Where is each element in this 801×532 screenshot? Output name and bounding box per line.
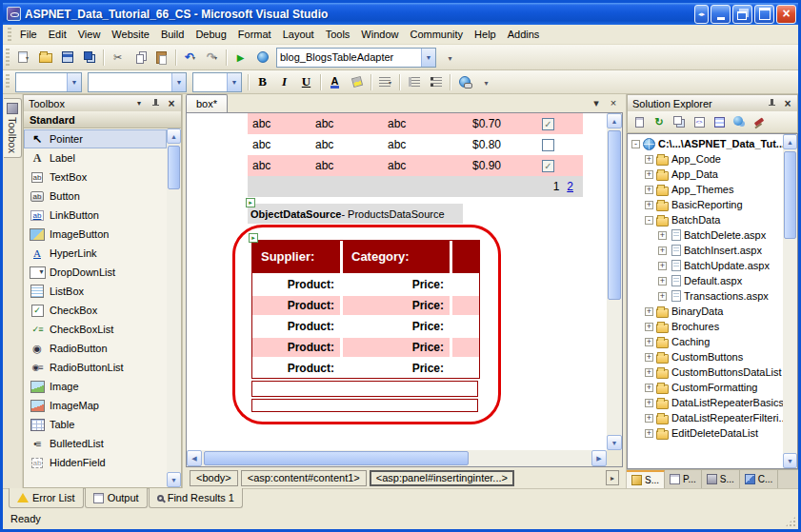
menu-item[interactable]: Addins <box>502 26 546 43</box>
designer-horizontal-scrollbar[interactable]: ◀ ▶ <box>187 450 622 466</box>
solution-explorer-scrollbar[interactable]: ▲ ▼ <box>783 134 797 468</box>
bottom-panel-tab[interactable]: Find Results 1 <box>149 488 243 508</box>
tree-item[interactable]: EditDeleteDataList <box>628 425 783 441</box>
menu-item[interactable]: Debug <box>190 26 231 43</box>
tree-item[interactable]: BatchData <box>628 212 783 227</box>
designer-vertical-scrollbar[interactable]: ▲ ▼ <box>607 113 622 450</box>
document-list-chevron-button[interactable]: ▾ <box>589 95 604 110</box>
tree-item[interactable]: BasicReporting <box>628 197 783 212</box>
smart-tag-anchor-icon[interactable] <box>249 233 258 243</box>
tree-item[interactable]: DataListRepeaterFilteri... <box>628 410 783 425</box>
scrollbar-thumb[interactable] <box>608 130 621 300</box>
toolbox-item[interactable]: ImageMap <box>24 396 167 415</box>
objectdatasource-control[interactable]: ObjectDataSource - ProductsDataSource <box>248 204 463 224</box>
properties-button[interactable] <box>630 112 649 131</box>
tree-item[interactable]: Transactions.aspx <box>628 288 783 304</box>
bottom-panel-tab[interactable]: Error List <box>9 488 84 508</box>
target-schema-combo[interactable]: ▼ <box>15 72 82 92</box>
chevron-down-icon[interactable]: ▼ <box>171 73 186 91</box>
start-debugging-button[interactable] <box>230 47 251 68</box>
toolbox-item[interactable]: LinkButton <box>24 206 167 225</box>
tree-expander-icon[interactable] <box>645 399 653 407</box>
toolbar-options-button[interactable] <box>475 71 497 92</box>
font-size-combo[interactable]: ▼ <box>192 72 242 92</box>
tree-expander-icon[interactable] <box>645 216 653 225</box>
tree-expander-icon[interactable] <box>631 140 640 148</box>
tree-expander-icon[interactable] <box>658 277 667 286</box>
menu-item[interactable]: Tools <box>320 26 356 43</box>
scroll-down-icon[interactable]: ▼ <box>607 435 622 450</box>
toolbox-item[interactable]: Button <box>24 187 167 206</box>
tree-expander-icon[interactable] <box>658 292 667 301</box>
design-surface[interactable]: abc abc abc $0.70 abc ab <box>187 113 607 450</box>
toolbox-item[interactable]: ImageButton <box>24 225 167 244</box>
tree-item[interactable]: Default.aspx <box>628 273 783 288</box>
tree-item[interactable]: CustomFormatting <box>628 380 783 395</box>
scroll-right-icon[interactable]: ▶ <box>591 450 607 466</box>
toolbox-dock-tab[interactable]: Toolbox <box>4 98 22 158</box>
undo-button[interactable]: ▾ <box>179 47 201 68</box>
close-button[interactable] <box>776 5 796 24</box>
view-designer-button[interactable] <box>710 112 729 131</box>
toolbox-item[interactable]: RadioButtonList <box>24 358 167 377</box>
dock-tab[interactable]: S... <box>627 470 665 488</box>
tree-item[interactable]: BatchInsert.aspx <box>628 243 783 258</box>
menu-item[interactable]: Window <box>355 26 404 43</box>
scrollbar-thumb[interactable] <box>168 146 180 189</box>
tree-item[interactable]: App_Code <box>628 151 783 167</box>
numbered-list-button[interactable] <box>403 71 425 92</box>
menu-item[interactable]: Edit <box>43 26 72 43</box>
toolbox-item[interactable]: ListBox <box>24 282 167 301</box>
paste-button[interactable] <box>150 47 172 68</box>
toolbar-options-button[interactable] <box>439 47 461 68</box>
alignment-button[interactable]: ▾ <box>374 71 396 92</box>
close-icon[interactable] <box>781 97 794 109</box>
smart-tag-anchor-icon[interactable] <box>246 198 255 207</box>
hyperlink-button[interactable] <box>453 71 475 92</box>
tree-item[interactable]: BinaryData <box>628 304 783 319</box>
tree-expander-icon[interactable] <box>645 338 653 346</box>
tree-expander-icon[interactable] <box>645 201 653 209</box>
menu-item[interactable]: Community <box>404 26 469 43</box>
tag-navigator-more-button[interactable]: ▸ <box>606 470 619 485</box>
view-code-button[interactable] <box>690 112 709 131</box>
toolbox-scrollbar[interactable]: ▲ ▼ <box>167 128 181 487</box>
bottom-panel-tab[interactable]: Output <box>85 488 148 508</box>
resize-grip[interactable] <box>785 516 796 527</box>
scroll-down-icon[interactable]: ▼ <box>783 453 797 468</box>
tag-navigator-item[interactable]: <body> <box>190 470 238 486</box>
row-checkbox[interactable] <box>542 160 554 172</box>
cut-button[interactable] <box>107 47 129 68</box>
pin-icon[interactable] <box>149 97 162 109</box>
tree-expander-icon[interactable] <box>645 186 653 194</box>
tree-expander-icon[interactable] <box>658 262 667 270</box>
toolbox-item[interactable]: TextBox <box>24 167 167 187</box>
tree-item[interactable]: CustomButtons <box>628 349 783 365</box>
table-adapter-combo[interactable]: blog_BlogsTableAdapter ▼ <box>276 48 436 68</box>
toolbox-item[interactable]: HiddenField <box>24 453 167 472</box>
scroll-down-icon[interactable]: ▼ <box>167 472 181 487</box>
tree-item[interactable]: App_Themes <box>628 182 783 197</box>
foreground-color-button[interactable]: A <box>324 71 346 92</box>
copy-website-button[interactable] <box>730 112 749 131</box>
toolbox-item[interactable]: CheckBox <box>24 301 167 320</box>
datalist-control[interactable]: Supplier: Category: Product: <box>251 240 480 412</box>
toolbox-item[interactable]: DropDownList <box>24 263 167 282</box>
minimize-button[interactable] <box>711 5 731 24</box>
chevron-down-icon[interactable]: ▼ <box>421 49 435 67</box>
dock-tab[interactable]: C... <box>740 470 779 488</box>
toolbox-item[interactable]: Image <box>24 377 167 396</box>
chevron-down-icon[interactable]: ▼ <box>227 73 241 91</box>
redo-button[interactable]: ▾ <box>201 47 223 68</box>
tree-item[interactable]: CustomButtonsDataList <box>628 365 783 380</box>
tree-expander-icon[interactable] <box>645 384 653 392</box>
tree-item[interactable]: DataListRepeaterBasics <box>628 395 783 410</box>
dock-tab[interactable]: P... <box>665 470 702 488</box>
row-checkbox[interactable] <box>542 139 554 151</box>
aspnet-configuration-button[interactable] <box>750 112 769 131</box>
tree-item[interactable]: App_Data <box>628 167 783 182</box>
dock-tab[interactable]: S... <box>702 470 740 488</box>
bulleted-list-button[interactable] <box>425 71 447 92</box>
tree-expander-icon[interactable] <box>645 429 653 438</box>
menu-item[interactable]: Website <box>106 26 155 43</box>
